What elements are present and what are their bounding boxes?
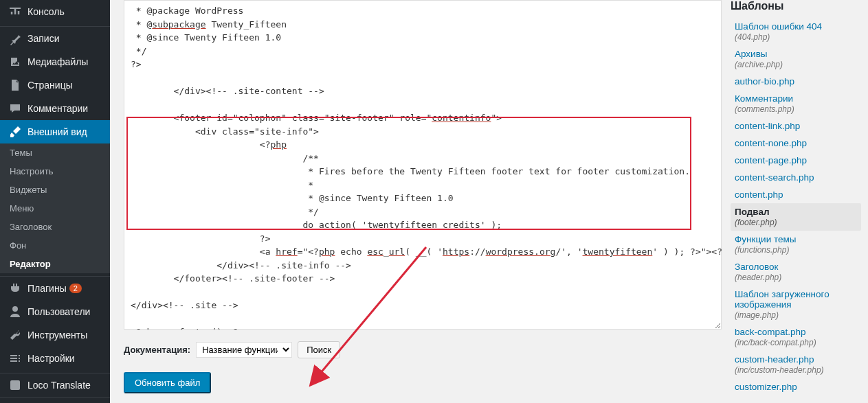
submenu-item[interactable]: Настроить bbox=[0, 162, 110, 181]
sidebar-item-settings[interactable]: Настройки bbox=[0, 347, 110, 370]
sidebar-item-label: Медиафайлы bbox=[27, 56, 88, 67]
sidebar-item-page[interactable]: Страницы bbox=[0, 73, 110, 97]
submenu-item[interactable]: Фон bbox=[0, 236, 110, 255]
template-item[interactable]: author-bio.php bbox=[731, 73, 861, 90]
dashboard-icon bbox=[8, 5, 22, 19]
function-select[interactable]: Название функции… bbox=[196, 342, 292, 358]
sidebar-item-collapse[interactable]: Свернуть меню bbox=[0, 397, 110, 403]
sidebar-item-label: Инструменты bbox=[27, 330, 87, 341]
template-item[interactable]: Комментарии(comments.php) bbox=[731, 90, 861, 117]
sidebar-item-pin[interactable]: Записи bbox=[0, 27, 110, 50]
svg-rect-0 bbox=[10, 380, 20, 390]
submenu-item[interactable]: Редактор bbox=[0, 255, 110, 273]
admin-sidebar: КонсольЗаписиМедиафайлыСтраницыКомментар… bbox=[0, 0, 110, 403]
sidebar-item-label: Консоль bbox=[27, 6, 65, 17]
template-item[interactable]: Архивы(archive.php) bbox=[731, 45, 861, 73]
sidebar-item-label: Плагины bbox=[27, 283, 67, 294]
template-item[interactable]: content-page.php bbox=[731, 152, 861, 169]
documentation-row: Документация: Название функции… Поиск bbox=[124, 341, 710, 358]
template-item[interactable]: customizer.php bbox=[731, 378, 861, 395]
sidebar-item-media[interactable]: Медиафайлы bbox=[0, 50, 110, 73]
main-content: * @package WordPress * @subpackage Twent… bbox=[110, 0, 724, 403]
documentation-label: Документация: bbox=[124, 345, 190, 355]
submenu-item[interactable]: Темы bbox=[0, 143, 110, 162]
template-item[interactable]: content-none.php bbox=[731, 135, 861, 152]
brush-icon bbox=[8, 125, 22, 139]
plugin-icon bbox=[8, 281, 22, 295]
sidebar-item-label: Внешний вид bbox=[27, 126, 87, 137]
template-item[interactable]: custom-header.php(inc/custom-header.php) bbox=[731, 351, 861, 378]
templates-heading: Шаблоны bbox=[731, 0, 861, 12]
template-item[interactable]: content-link.php bbox=[731, 117, 861, 135]
user-icon bbox=[8, 305, 22, 319]
sidebar-item-label: Пользователи bbox=[27, 306, 90, 317]
sidebar-item-label: Настройки bbox=[27, 353, 75, 364]
template-item[interactable]: Шаблон загруженного изображения(image.ph… bbox=[731, 286, 861, 323]
sidebar-item-comment[interactable]: Комментарии bbox=[0, 97, 110, 120]
template-item[interactable]: Заголовок(header.php) bbox=[731, 258, 861, 286]
submenu-item[interactable]: Заголовок bbox=[0, 218, 110, 236]
settings-icon bbox=[8, 352, 22, 365]
sidebar-item-plugin[interactable]: Плагины2 bbox=[0, 277, 110, 300]
template-item[interactable]: Шаблон ошибки 404(404.php) bbox=[731, 18, 861, 45]
sidebar-item-label: Страницы bbox=[27, 80, 73, 91]
sidebar-item-tools[interactable]: Инструменты bbox=[0, 323, 110, 347]
media-icon bbox=[8, 55, 22, 69]
tools-icon bbox=[8, 328, 22, 342]
code-editor[interactable] bbox=[124, 0, 722, 330]
page-icon bbox=[8, 78, 22, 92]
template-item[interactable]: Подвал(footer.php) bbox=[731, 203, 861, 231]
appearance-submenu: ТемыНастроитьВиджетыМенюЗаголовокФонРеда… bbox=[0, 143, 110, 273]
pin-icon bbox=[8, 32, 22, 45]
submenu-item[interactable]: Виджеты bbox=[0, 181, 110, 199]
comment-icon bbox=[8, 102, 22, 115]
sidebar-item-brush[interactable]: Внешний вид bbox=[0, 120, 110, 143]
sidebar-item-label: Loco Translate bbox=[27, 380, 91, 391]
sidebar-item-label: Комментарии bbox=[27, 103, 88, 114]
update-badge: 2 bbox=[69, 284, 82, 293]
search-button[interactable]: Поиск bbox=[298, 341, 340, 358]
sidebar-item-label: Записи bbox=[27, 33, 59, 44]
submenu-item[interactable]: Меню bbox=[0, 199, 110, 218]
loco-icon bbox=[8, 378, 22, 392]
sidebar-item-loco[interactable]: Loco Translate bbox=[0, 373, 110, 397]
update-file-button[interactable]: Обновить файл bbox=[124, 372, 211, 393]
template-item[interactable]: content.php bbox=[731, 186, 861, 203]
templates-panel: Шаблоны Шаблон ошибки 404(404.php)Архивы… bbox=[724, 0, 868, 403]
sidebar-item-user[interactable]: Пользователи bbox=[0, 300, 110, 323]
template-item[interactable]: Функции темы(functions.php) bbox=[731, 231, 861, 258]
sidebar-item-dashboard[interactable]: Консоль bbox=[0, 0, 110, 23]
template-item[interactable]: back-compat.php(inc/back-compat.php) bbox=[731, 323, 861, 351]
template-item[interactable]: content-search.php bbox=[731, 169, 861, 186]
